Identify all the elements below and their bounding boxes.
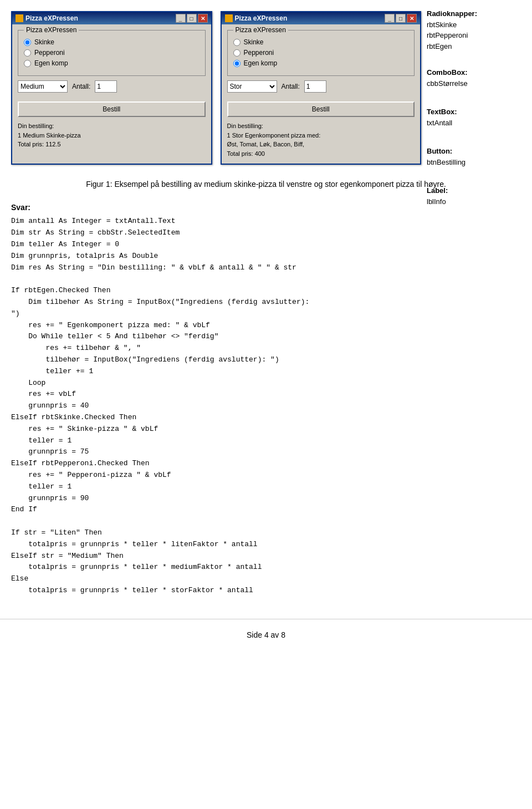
annotation-txtAntall: txtAntall bbox=[427, 119, 452, 127]
txtAntall-right[interactable] bbox=[304, 80, 326, 93]
label-pepperoni-right: Pepperoni bbox=[244, 49, 274, 57]
footer-text: Side 4 av 8 bbox=[247, 630, 285, 639]
page-footer: Side 4 av 8 bbox=[0, 619, 532, 650]
groupbox-left: Pizza eXPressen Skinke Pepperoni Egen bbox=[18, 30, 206, 76]
annotation-textbox: TextBox: txtAntall bbox=[427, 106, 529, 128]
radio-eigen-left[interactable]: Egen komp bbox=[24, 59, 200, 67]
groupbox-title-left: Pizza eXPressen bbox=[24, 26, 79, 34]
window-title-right: Pizza eXPressen bbox=[235, 14, 288, 22]
radio-pepperoni-right[interactable]: Pepperoni bbox=[233, 49, 409, 57]
code-section: Svar: Dim antall As Integer = txtAntall.… bbox=[0, 201, 532, 608]
close-btn-left[interactable]: ✕ bbox=[198, 14, 208, 23]
rbtSkinke-right[interactable] bbox=[233, 39, 241, 46]
rbtPepperoni-left[interactable] bbox=[24, 49, 31, 57]
lblInfo-right: Din bestilling: 1 Stor Egenkomponent piz… bbox=[227, 121, 415, 158]
radio-pepperoni-left[interactable]: Pepperoni bbox=[24, 49, 200, 57]
annotation-lblInfo: lblInfo bbox=[427, 197, 446, 206]
groupbox-title-right: Pizza eXPressen bbox=[233, 26, 288, 34]
controls-row-left: Liten Medium Stor Antall: bbox=[18, 80, 206, 93]
window-right: Pizza eXPressen _ □ ✕ Pizza eXPressen Sk… bbox=[221, 11, 422, 165]
window-title-left: Pizza eXPressen bbox=[25, 14, 78, 22]
annotation-btnBestilling: btnBestilling bbox=[427, 158, 466, 166]
txtAntall-left[interactable] bbox=[95, 80, 117, 93]
maximize-btn-right[interactable]: □ bbox=[396, 14, 406, 23]
minimize-btn-left[interactable]: _ bbox=[176, 14, 186, 23]
close-btn-right[interactable]: ✕ bbox=[407, 14, 417, 23]
label-skinke-left: Skinke bbox=[34, 38, 54, 46]
label-skinke-right: Skinke bbox=[244, 38, 264, 46]
cbbStorrelse-left[interactable]: Liten Medium Stor bbox=[18, 80, 68, 93]
groupbox-right: Pizza eXPressen Skinke Pepperoni Egen bbox=[227, 30, 415, 76]
figure-caption-text: Figur 1: Eksempel på bestilling av mediu… bbox=[86, 180, 446, 189]
rbtSkinke-left[interactable] bbox=[24, 39, 31, 46]
controls-row-right: Liten Medium Stor Antall: bbox=[227, 80, 415, 93]
annotations-panel: Radioknapper: rbtSkinke rbtPepperoni rbt… bbox=[427, 8, 529, 207]
titlebar-left: Pizza eXPressen _ □ ✕ bbox=[12, 12, 211, 24]
code-block: Dim antall As Integer = txtAntall.Text D… bbox=[11, 216, 521, 596]
annotation-radioknapper-label: Radioknapper: bbox=[427, 9, 477, 18]
minimize-btn-right[interactable]: _ bbox=[385, 14, 395, 23]
annotation-rbtEgen: rbtEgen bbox=[427, 42, 452, 50]
radio-skinke-right[interactable]: Skinke bbox=[233, 38, 409, 46]
radio-eigen-right[interactable]: Egen komp bbox=[233, 59, 409, 67]
annotation-textbox-label: TextBox: bbox=[427, 108, 457, 116]
btnBestilling-right[interactable]: Bestill bbox=[227, 101, 415, 117]
annotation-radioknapper: Radioknapper: rbtSkinke rbtPepperoni rbt… bbox=[427, 8, 529, 52]
annotation-rbtPepperoni: rbtPepperoni bbox=[427, 31, 468, 39]
antall-label-left: Antall: bbox=[72, 83, 90, 90]
window-left: Pizza eXPressen _ □ ✕ Pizza eXPressen Sk… bbox=[11, 11, 212, 165]
annotation-combobox-label: ComboBox: bbox=[427, 68, 468, 77]
label-eigen-left: Egen komp bbox=[34, 59, 68, 67]
btnBestilling-left[interactable]: Bestill bbox=[18, 101, 206, 117]
annotation-combobox: ComboBox: cbbStørrelse bbox=[427, 67, 529, 89]
annotation-button: Button: btnBestilling bbox=[427, 146, 529, 167]
rbtPepperoni-right[interactable] bbox=[233, 49, 241, 57]
label-eigen-right: Egen komp bbox=[244, 59, 278, 67]
titlebar-right: Pizza eXPressen _ □ ✕ bbox=[222, 12, 421, 24]
annotation-button-label: Button: bbox=[427, 147, 452, 155]
window-icon-right bbox=[225, 14, 233, 22]
lblInfo-left: Din bestilling: 1 Medium Skinke-pizza To… bbox=[18, 121, 206, 149]
rbtEgen-right[interactable] bbox=[233, 60, 241, 67]
antall-label-right: Antall: bbox=[282, 83, 300, 90]
annotation-rbtSkinke: rbtSkinke bbox=[427, 21, 457, 29]
radio-skinke-left[interactable]: Skinke bbox=[24, 38, 200, 46]
annotation-label: Label: lblInfo bbox=[427, 185, 529, 207]
cbbStorrelse-right[interactable]: Liten Medium Stor bbox=[227, 80, 277, 93]
rbtEgen-left[interactable] bbox=[24, 60, 31, 67]
maximize-btn-left[interactable]: □ bbox=[187, 14, 197, 23]
annotation-cbbStorrelse: cbbStørrelse bbox=[427, 79, 468, 88]
label-pepperoni-left: Pepperoni bbox=[34, 49, 65, 57]
window-icon-left bbox=[16, 14, 23, 22]
annotation-label-label: Label: bbox=[427, 186, 448, 195]
